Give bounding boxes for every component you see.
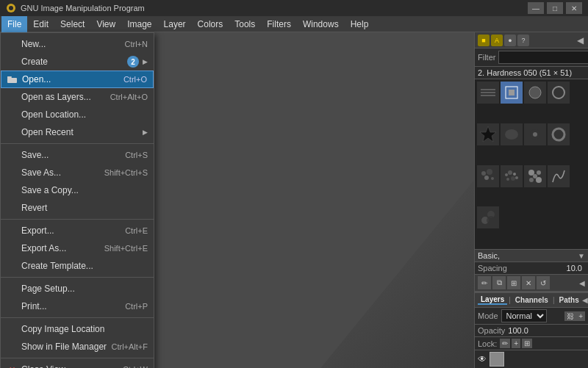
spacing-label: Spacing: [478, 264, 567, 273]
brush-tool-delete[interactable]: ✕: [522, 276, 535, 289]
tab-layers[interactable]: Layers: [478, 295, 507, 305]
layer-item-1[interactable]: 👁: [475, 350, 588, 368]
brush-panel-close[interactable]: ◀: [576, 35, 585, 46]
menu-item-save-as[interactable]: Save As... Shift+Ctrl+S: [1, 164, 154, 181]
menu-item-open-as-layers[interactable]: Open as Layers... Ctrl+Alt+O: [1, 88, 154, 106]
layers-panel: Layers | Channels | Paths ◀ Mode Normal …: [475, 292, 588, 368]
brush-tool-refresh[interactable]: ↺: [537, 276, 550, 289]
menu-help[interactable]: Help: [345, 16, 375, 32]
brush-icon-info[interactable]: ?: [517, 35, 529, 46]
layers-chain-button[interactable]: ⛓: [564, 311, 576, 321]
brush-panel-header: ■ A ● ? ◀: [475, 32, 588, 48]
menu-view[interactable]: View: [90, 16, 121, 32]
brush-tool-grid[interactable]: ⊞: [507, 276, 520, 289]
menu-item-new[interactable]: New... Ctrl+N: [1, 35, 154, 53]
tab-paths[interactable]: Paths: [556, 296, 581, 304]
brush-cell-3[interactable]: [524, 82, 546, 104]
menu-tools[interactable]: Tools: [229, 16, 261, 32]
menu-item-open-recent[interactable]: Open Recent: [1, 123, 154, 141]
svg-rect-4: [7, 76, 11, 79]
brush-cell-4[interactable]: [548, 82, 570, 104]
layers-mode-label: Mode: [478, 311, 498, 320]
menu-windows[interactable]: Windows: [297, 16, 345, 32]
separator-3: [1, 277, 154, 278]
menu-filters[interactable]: Filters: [261, 16, 297, 32]
svg-point-17: [481, 171, 486, 176]
brush-tool-edit[interactable]: ✏: [478, 276, 491, 289]
filter-input[interactable]: [498, 51, 588, 64]
brush-cell-2[interactable]: [501, 82, 523, 104]
lock-plus-button[interactable]: +: [512, 339, 520, 348]
brush-tools-row: ✏ ⧉ ⊞ ✕ ↺ ◀: [475, 275, 588, 292]
menu-image[interactable]: Image: [121, 16, 157, 32]
close-button[interactable]: ✕: [566, 2, 582, 14]
menu-bar: File Edit Select View Image Layer Colors…: [0, 16, 588, 32]
menu-edit[interactable]: Edit: [27, 16, 54, 32]
open-icon: [6, 75, 19, 84]
layers-opacity-label: Opacity: [478, 326, 505, 335]
brush-cell-7[interactable]: [548, 123, 570, 145]
brush-tool-copy[interactable]: ⧉: [492, 276, 506, 289]
tab-channels[interactable]: Channels: [512, 296, 551, 304]
layer-visibility-toggle[interactable]: 👁: [478, 354, 487, 364]
brush-cell-8[interactable]: [477, 165, 499, 187]
filter-row: Filter ▼: [475, 48, 588, 67]
svg-rect-9: [509, 90, 514, 95]
separator-4: [1, 317, 154, 318]
brush-icon-circle[interactable]: ●: [504, 35, 516, 46]
svg-point-21: [505, 173, 508, 176]
layers-mode-select[interactable]: Normal: [501, 309, 547, 322]
lock-grid-button[interactable]: ⊞: [522, 339, 532, 348]
svg-point-13: [505, 129, 518, 140]
svg-point-1: [9, 6, 13, 10]
menu-item-save[interactable]: Save... Ctrl+S: [1, 146, 154, 164]
brush-cell-10[interactable]: [524, 165, 546, 187]
brush-panel-close-arrow[interactable]: ◀: [579, 279, 585, 287]
brush-cell-6[interactable]: [524, 123, 546, 145]
menu-item-show-file-manager[interactable]: Show in File Manager Ctrl+Alt+F: [1, 338, 154, 356]
menu-item-print[interactable]: Print... Ctrl+P: [1, 297, 154, 315]
svg-point-30: [536, 177, 542, 183]
close-view-icon: ✕: [5, 365, 18, 369]
file-dropdown-menu: New... Ctrl+N Create 2 Open... Ctrl+O Op…: [0, 32, 154, 368]
menu-item-save-copy[interactable]: Save a Copy...: [1, 181, 154, 199]
svg-point-26: [515, 176, 518, 179]
brush-cell-11[interactable]: [548, 165, 570, 187]
menu-item-close-view[interactable]: ✕ Close View Ctrl+W: [1, 361, 154, 368]
menu-item-export[interactable]: Export... Ctrl+E: [1, 222, 154, 239]
svg-point-16: [553, 129, 564, 140]
brush-icon-letter[interactable]: A: [491, 35, 503, 46]
menu-colors[interactable]: Colors: [192, 16, 229, 32]
minimize-button[interactable]: —: [528, 2, 544, 14]
brush-name: 2. Hardness 050 (51 × 51): [475, 67, 588, 79]
lock-pencil-button[interactable]: ✏: [500, 339, 510, 348]
menu-select[interactable]: Select: [54, 16, 90, 32]
brush-grid: [475, 79, 588, 249]
menu-item-export-as[interactable]: Export As... Shift+Ctrl+E: [1, 239, 154, 257]
menu-item-open[interactable]: Open... Ctrl+O: [1, 71, 154, 88]
layers-panel-close-arrow[interactable]: ◀: [582, 296, 588, 304]
svg-point-24: [506, 178, 509, 181]
brush-cell-12[interactable]: [477, 206, 499, 228]
menu-item-page-setup[interactable]: Page Setup...: [1, 280, 154, 297]
menu-item-create[interactable]: Create 2: [1, 53, 154, 71]
menu-item-copy-location[interactable]: Copy Image Location: [1, 320, 154, 338]
brush-cell-9[interactable]: [501, 165, 523, 187]
brush-preset-dropdown[interactable]: ▼: [578, 252, 585, 260]
brush-cell-5[interactable]: [501, 123, 523, 145]
menu-item-create-template[interactable]: Create Template...: [1, 257, 154, 275]
svg-point-29: [529, 178, 534, 182]
separator-1: [1, 143, 154, 144]
menu-layer[interactable]: Layer: [158, 16, 192, 32]
svg-point-27: [528, 170, 534, 176]
brush-cell-1[interactable]: [477, 82, 499, 104]
menu-item-open-location[interactable]: Open Location...: [1, 106, 154, 123]
svg-point-25: [511, 176, 515, 181]
svg-point-28: [537, 170, 541, 175]
brush-icon-gold[interactable]: ■: [478, 35, 490, 46]
maximize-button[interactable]: □: [547, 2, 563, 14]
layers-add-button[interactable]: +: [576, 311, 585, 321]
brush-cell-star[interactable]: [477, 123, 499, 145]
menu-item-revert[interactable]: Revert: [1, 199, 154, 217]
menu-file[interactable]: File: [1, 16, 27, 32]
